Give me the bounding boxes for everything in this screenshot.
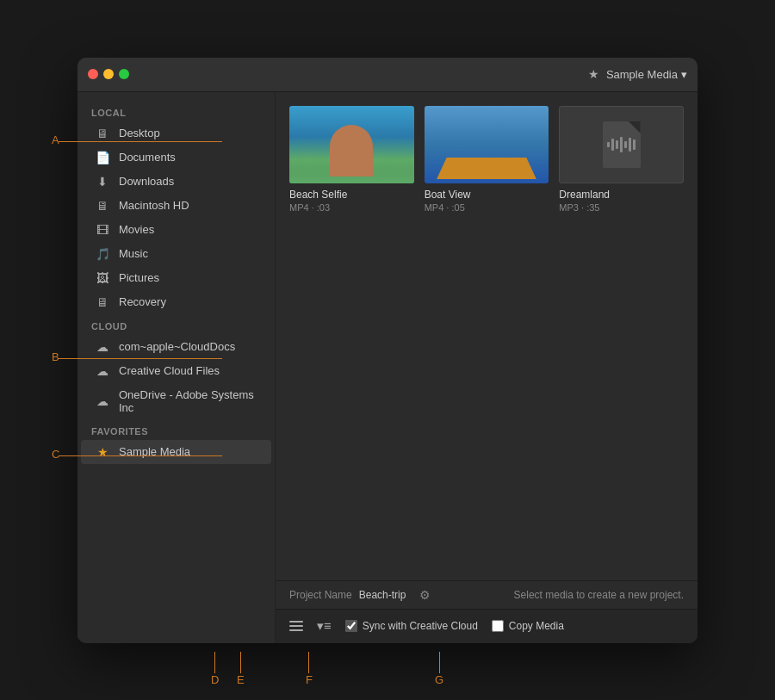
main-content: Local 🖥 Desktop 📄 Documents ⬇ Downloads …: [78, 92, 698, 643]
favorite-icon: ★: [588, 67, 599, 81]
wave-bar-1: [607, 142, 610, 147]
sidebar-item-creative-cloud-files[interactable]: ☁ Creative Cloud Files: [81, 359, 271, 383]
annotation-line-e: [240, 652, 241, 673]
wave-bar-6: [629, 138, 631, 152]
select-media-hint: Select media to create a new project.: [437, 589, 684, 601]
sidebar-item-movies[interactable]: 🎞 Movies: [81, 218, 271, 242]
annotation-e-group: E: [237, 652, 245, 686]
pictures-icon: 🖼: [95, 271, 110, 285]
wave-bar-3: [616, 140, 618, 149]
wave-bar-4: [620, 137, 623, 152]
bottom-toolbar: ▾≡ Sync with Creative Cloud Copy Media: [276, 609, 698, 643]
annotation-f: F: [306, 673, 313, 686]
creative-cloud-icon: ☁: [95, 364, 110, 378]
annotation-line-c: [59, 455, 222, 456]
audio-file-container: [603, 121, 641, 168]
media-thumb-boat-view: [425, 106, 549, 183]
sidebar: Local 🖥 Desktop 📄 Documents ⬇ Downloads …: [78, 92, 276, 643]
sidebar-item-label-creative-cloud-files: Creative Cloud Files: [119, 364, 220, 377]
audio-wave: [607, 136, 636, 153]
gear-icon[interactable]: ⚙: [419, 588, 431, 602]
sidebar-item-label-sample-media: Sample Media: [119, 445, 190, 458]
beach-person-shape: [330, 125, 373, 177]
sidebar-item-label-music: Music: [119, 247, 148, 260]
sidebar-item-label-pictures: Pictures: [119, 271, 159, 284]
filter-icon: ▾≡: [317, 618, 332, 634]
sidebar-item-apple-cloud[interactable]: ☁ com~apple~CloudDocs: [81, 335, 271, 359]
media-dropdown-label: Sample Media: [606, 68, 678, 81]
annotation-a: A: [52, 133, 59, 146]
annotation-e: E: [237, 673, 245, 686]
wave-bar-2: [611, 139, 614, 151]
traffic-lights: [88, 69, 129, 79]
sync-checkbox[interactable]: [345, 620, 357, 632]
media-grid-area: Beach Selfie MP4 · :03 Boat View MP4 · :…: [276, 92, 698, 580]
desktop-icon: 🖥: [95, 127, 110, 140]
annotation-d: D: [211, 673, 219, 686]
sidebar-item-label-downloads: Downloads: [119, 175, 174, 188]
media-item-beach-selfie[interactable]: Beach Selfie MP4 · :03: [289, 106, 414, 213]
sidebar-item-sample-media[interactable]: ★ Sample Media: [81, 440, 271, 464]
app-wrapper: A B C ★ Sample Media ▾: [78, 58, 698, 643]
annotation-b: B: [52, 350, 59, 363]
titlebar-right: ★ Sample Media ▾: [588, 67, 687, 81]
filter-button[interactable]: ▾≡: [317, 618, 332, 634]
sidebar-item-documents[interactable]: 📄 Documents: [81, 146, 271, 170]
macintosh-hd-icon: 🖥: [95, 199, 110, 213]
project-bar: Project Name Beach-trip ⚙ Select media t…: [276, 580, 698, 609]
sidebar-item-label-apple-cloud: com~apple~CloudDocs: [119, 340, 235, 353]
sidebar-item-pictures[interactable]: 🖼 Pictures: [81, 266, 271, 290]
media-thumb-dreamland: [559, 106, 684, 183]
sidebar-item-downloads[interactable]: ⬇ Downloads: [81, 170, 271, 194]
project-label: Project Name: [289, 589, 352, 601]
sidebar-section-favorites: Favorites: [78, 419, 275, 440]
sidebar-item-macintosh-hd[interactable]: 🖥 Macintosh HD: [81, 194, 271, 218]
app-window: ★ Sample Media ▾ Local 🖥 Desktop 📄 D: [78, 58, 698, 643]
media-item-boat-view[interactable]: Boat View MP4 · :05: [425, 106, 549, 213]
hamburger-line-1: [289, 621, 303, 623]
hamburger-line-2: [289, 625, 303, 627]
copy-media-checkbox-container[interactable]: Copy Media: [492, 620, 564, 632]
downloads-icon: ⬇: [95, 175, 110, 189]
annotation-line-b: [59, 358, 222, 359]
media-name-beach-selfie: Beach Selfie: [289, 189, 414, 201]
sidebar-item-recovery[interactable]: 🖥 Recovery: [81, 290, 271, 314]
sidebar-section-cloud: Cloud: [78, 314, 275, 335]
project-name-value: Beach-trip: [359, 589, 406, 601]
annotation-g-group: G: [435, 652, 443, 686]
sync-label: Sync with Creative Cloud: [363, 620, 478, 632]
media-thumb-beach-selfie: [289, 106, 414, 183]
sidebar-item-label-recovery: Recovery: [119, 295, 166, 308]
sidebar-item-onedrive[interactable]: ☁ OneDrive - Adobe Systems Inc: [81, 383, 271, 419]
minimize-button[interactable]: [103, 69, 114, 79]
apple-cloud-icon: ☁: [95, 340, 110, 354]
media-meta-dreamland: MP3 · :35: [559, 202, 684, 213]
sidebar-item-label-desktop: Desktop: [119, 127, 160, 139]
copy-media-label: Copy Media: [509, 620, 564, 632]
audio-file-icon: [603, 121, 641, 168]
annotation-line-g: [439, 652, 440, 673]
recovery-icon: 🖥: [95, 295, 110, 309]
media-meta-beach-selfie: MP4 · :03: [289, 202, 414, 213]
star-icon: ★: [95, 445, 110, 459]
maximize-button[interactable]: [119, 69, 129, 79]
media-meta-boat-view: MP4 · :05: [425, 202, 549, 213]
annotation-line-a: [59, 141, 222, 142]
annotation-line-f: [308, 652, 309, 673]
copy-media-checkbox[interactable]: [492, 620, 504, 632]
sync-checkbox-container[interactable]: Sync with Creative Cloud: [345, 620, 478, 632]
media-item-dreamland[interactable]: Dreamland MP3 · :35: [559, 106, 684, 213]
music-icon: 🎵: [95, 247, 110, 261]
hamburger-line-3: [289, 629, 303, 631]
hamburger-icon[interactable]: [289, 621, 303, 631]
sidebar-item-music[interactable]: 🎵 Music: [81, 242, 271, 266]
titlebar: ★ Sample Media ▾: [78, 58, 698, 92]
close-button[interactable]: [88, 69, 98, 79]
annotation-line-d: [214, 652, 215, 673]
sidebar-item-label-onedrive: OneDrive - Adobe Systems Inc: [119, 388, 257, 414]
media-dropdown[interactable]: Sample Media ▾: [606, 68, 687, 81]
sidebar-section-local: Local: [78, 101, 275, 121]
chevron-down-icon: ▾: [681, 68, 687, 81]
wave-bar-5: [624, 141, 627, 148]
sidebar-item-label-movies: Movies: [119, 223, 154, 236]
